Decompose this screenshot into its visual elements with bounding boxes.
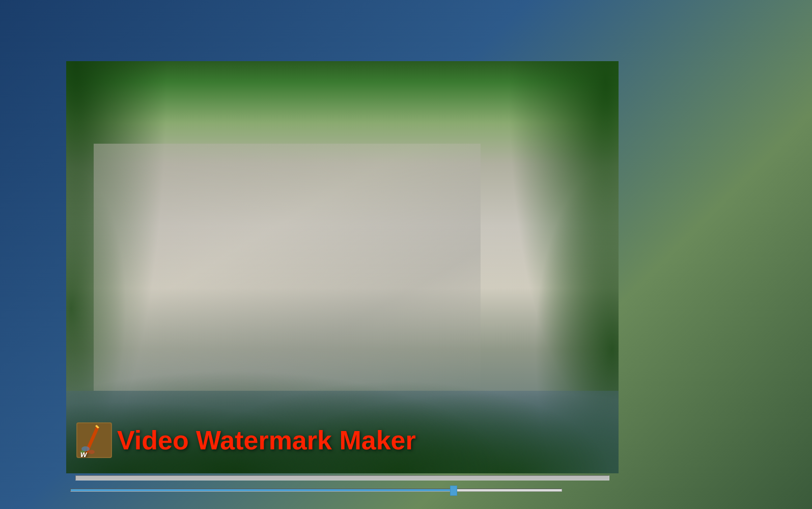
video-item-3[interactable]: Aerials 03-res.mp4: [2, 160, 64, 201]
watermark-text-label: Video Watermark Maker: [117, 425, 416, 456]
video-thumb-img-3: [6, 162, 61, 193]
scroll-track[interactable]: [75, 475, 609, 480]
video-canvas[interactable]: w Video Watermark Maker: [66, 61, 619, 473]
timeline-thumb[interactable]: [450, 486, 457, 496]
video-canvas-wrapper: w Video Watermark Maker ◀ ▶ 00:00:25 / 0…: [66, 61, 619, 498]
timeline-progress: [71, 489, 454, 491]
video-list: IMG_0029.MOV Wildlife.mp4 Aerials 03-res…: [0, 74, 66, 498]
svg-text:w: w: [80, 450, 88, 458]
main-area: Videos ✕ IMG_0029.MOV Wildlife.mp4: [0, 61, 812, 498]
svg-point-20: [89, 450, 95, 454]
watermark-overlay: w Video Watermark Maker: [76, 422, 416, 458]
watermark-logo: w: [76, 422, 112, 458]
timeline-track[interactable]: [70, 489, 562, 492]
video-thumb-3: [5, 162, 61, 193]
thumb3-bg: [5, 162, 61, 193]
scroll-thumb[interactable]: [76, 476, 609, 480]
video-panel: Videos ✕ IMG_0029.MOV Wildlife.mp4: [0, 61, 66, 498]
